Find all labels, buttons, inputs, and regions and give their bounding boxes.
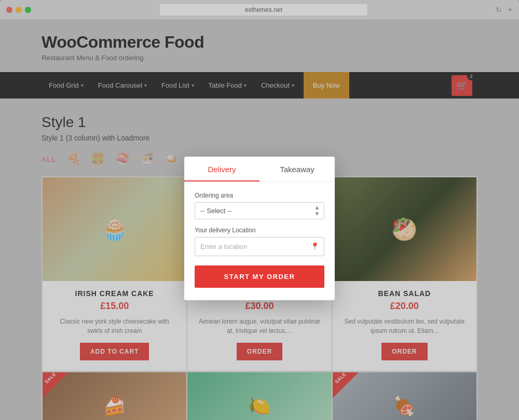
ordering-area-label: Ordering area [195, 192, 324, 199]
modal-overlay: Delivery Takeaway Ordering area -- Selec… [0, 0, 519, 420]
location-input[interactable] [195, 237, 324, 256]
location-input-wrapper: 📍 [195, 237, 324, 256]
modal-body: Ordering area -- Select -- ▲ ▼ Your deli… [184, 192, 335, 288]
tab-takeaway[interactable]: Takeaway [260, 157, 335, 181]
tab-delivery[interactable]: Delivery [184, 157, 260, 181]
order-modal: Delivery Takeaway Ordering area -- Selec… [184, 157, 335, 300]
ordering-area-select[interactable]: -- Select -- [195, 202, 324, 219]
modal-tabs: Delivery Takeaway [184, 157, 335, 181]
start-order-button[interactable]: START MY ORDER [195, 265, 324, 288]
location-pin-icon: 📍 [310, 242, 319, 250]
ordering-area-select-wrapper: -- Select -- ▲ ▼ [195, 202, 324, 219]
delivery-location-label: Your delivery Location [195, 227, 324, 234]
